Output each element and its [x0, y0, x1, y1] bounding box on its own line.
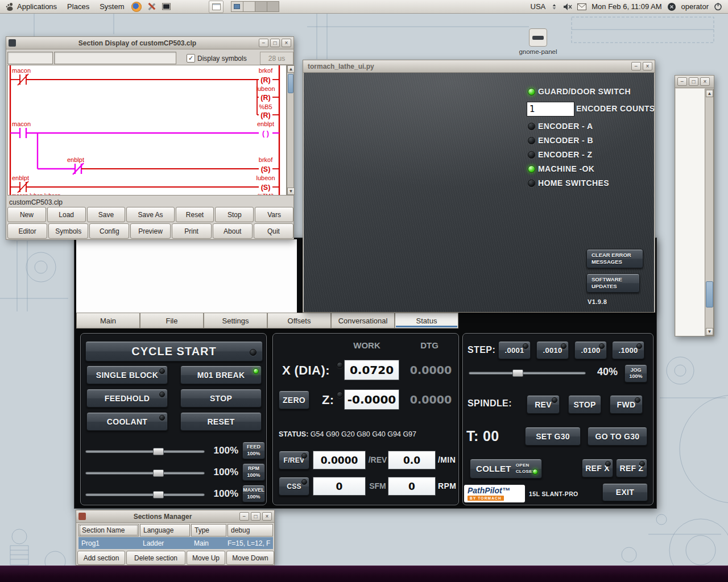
column-header-language[interactable]: Language	[140, 524, 190, 537]
print-button[interactable]: Print	[172, 223, 212, 239]
reset-button[interactable]: RESET	[180, 412, 262, 431]
tab-conversational[interactable]: Conversational	[331, 313, 395, 329]
config-button[interactable]: Config	[89, 223, 129, 239]
save-button[interactable]: Save	[87, 207, 126, 222]
tab-file[interactable]: File	[140, 313, 204, 329]
rpm-override-slider-handle[interactable]	[153, 469, 164, 477]
scroll-up-icon[interactable]: ▲	[287, 65, 295, 73]
add-section-button[interactable]: Add section	[77, 551, 125, 565]
minimize-icon[interactable]: −	[239, 512, 249, 521]
close-icon[interactable]: ×	[643, 62, 652, 70]
save-as-button[interactable]: Save As	[126, 207, 174, 222]
maxvel-override-slider-handle[interactable]	[153, 491, 164, 498]
goto-g30-button[interactable]: GO TO G30	[588, 427, 647, 446]
scrollbar-thumb[interactable]	[706, 281, 713, 307]
tab-main[interactable]: Main	[76, 313, 140, 329]
minimize-icon[interactable]: −	[259, 39, 268, 47]
zero-button[interactable]: ZERO	[279, 390, 309, 409]
maximize-icon[interactable]: □	[270, 39, 280, 47]
step-label: STEP:	[468, 345, 495, 355]
step-1000-button[interactable]: .1000	[612, 341, 644, 359]
jog-reset-button[interactable]: JOG 100%	[624, 364, 647, 383]
scroll-down-icon[interactable]: ▼	[706, 328, 713, 335]
column-header-section-name[interactable]: Section Name	[78, 524, 139, 537]
coolant-button[interactable]: COOLANT	[86, 412, 168, 431]
step-0001-button[interactable]: .0001	[498, 341, 531, 359]
clear-error-messages-button[interactable]: CLEAR ERROR MESSAGES	[586, 249, 643, 268]
maximize-icon[interactable]: □	[689, 77, 698, 86]
preview-button[interactable]: Preview	[130, 223, 170, 239]
maxvel-override-reset-button[interactable]: MAXVEL 100%	[242, 485, 265, 502]
tab-offsets[interactable]: Offsets	[267, 313, 331, 329]
scroll-down-icon[interactable]: ▼	[287, 188, 295, 195]
workspace-1[interactable]	[231, 1, 243, 12]
workspace-4[interactable]	[267, 1, 279, 12]
minimize-icon[interactable]: −	[631, 62, 641, 70]
rpm-override-slider[interactable]	[85, 472, 205, 475]
move-down-button[interactable]: Move Down	[226, 551, 274, 565]
background-window-scrollbar[interactable]: ▲ ▼	[705, 89, 714, 336]
stop-button[interactable]: STOP	[180, 389, 262, 408]
ref-z-button[interactable]: REF Z	[616, 459, 647, 477]
about-button[interactable]: About	[213, 223, 253, 239]
stop-button[interactable]: Stop	[215, 207, 254, 222]
spindle-stop-button[interactable]: STOP	[568, 395, 601, 414]
move-up-button[interactable]: Move Up	[187, 551, 225, 565]
section-combo[interactable]	[7, 52, 53, 64]
tab-status[interactable]: Status	[395, 313, 458, 329]
column-header-debug[interactable]: debug	[228, 524, 273, 537]
cycle-start-button[interactable]: CYCLE START	[85, 341, 263, 361]
workspace-3[interactable]	[255, 1, 267, 12]
delete-section-button[interactable]: Delete section	[126, 551, 185, 565]
exit-button[interactable]: EXIT	[602, 483, 648, 501]
step-0100-button[interactable]: .0100	[574, 341, 607, 359]
load-button[interactable]: Load	[47, 207, 86, 222]
feed-override-slider-handle[interactable]	[153, 448, 164, 455]
section-display-titlebar[interactable]: Section Display of customCP503.clp − □ ×	[6, 37, 293, 49]
maxvel-override-slider[interactable]	[85, 493, 205, 496]
spindle-rev-button[interactable]: REV	[527, 395, 560, 414]
step-0010-button[interactable]: .0010	[536, 341, 569, 359]
m01-break-button[interactable]: M01 BREAK	[180, 365, 262, 384]
ref-x-button[interactable]: REF X	[582, 459, 613, 477]
ladder-scrollbar[interactable]: ▲ ▼	[287, 65, 294, 196]
reset-button[interactable]: Reset	[176, 207, 214, 222]
column-header-type[interactable]: Type	[191, 524, 226, 537]
quit-button[interactable]: Quit	[254, 223, 293, 239]
jog-speed-slider-handle[interactable]	[512, 369, 523, 377]
tab-settings[interactable]: Settings	[204, 313, 267, 329]
display-symbols-checkbox[interactable]	[187, 54, 195, 63]
feed-override-reset-button[interactable]: FEED 100%	[242, 442, 265, 459]
sections-manager-titlebar[interactable]: Sections Manager − □ ×	[76, 510, 274, 523]
single-block-button[interactable]: SINGLE BLOCK	[86, 365, 168, 384]
close-icon[interactable]: ×	[262, 512, 272, 521]
workspace-2[interactable]	[243, 1, 255, 12]
feed-override-slider[interactable]	[85, 450, 205, 453]
minimize-icon[interactable]: −	[677, 77, 687, 86]
tormach-window-titlebar[interactable]: tormach_lathe_ui.py − ×	[303, 60, 655, 73]
close-icon[interactable]: ×	[700, 77, 710, 86]
symbols-button[interactable]: Symbols	[48, 223, 88, 239]
background-window-titlebar[interactable]: − □ ×	[675, 76, 714, 88]
close-icon[interactable]: ×	[282, 39, 291, 47]
set-g30-button[interactable]: SET G30	[525, 427, 581, 446]
new-button[interactable]: New	[7, 207, 46, 222]
encoder-counts-input[interactable]	[527, 102, 574, 117]
css-button[interactable]: CSS	[279, 477, 309, 496]
collet-button[interactable]: COLLET OPEN CLOSED	[470, 459, 542, 479]
editor-button[interactable]: Editor	[7, 223, 47, 239]
jog-speed-slider[interactable]	[469, 372, 586, 375]
desktop-icon-gnome-panel[interactable]: gnome-panel	[515, 28, 561, 55]
spindle-fwd-button[interactable]: FWD	[610, 395, 643, 414]
software-updates-button[interactable]: SOFTWARE UPDATES	[586, 273, 640, 293]
maximize-icon[interactable]: □	[251, 512, 260, 521]
rpm-override-reset-button[interactable]: RPM 100%	[242, 463, 265, 481]
step-0100-led	[599, 343, 605, 349]
section-row-prog1[interactable]: Prog1 Ladder Main F=15, L=12, F	[78, 537, 273, 549]
scroll-up-icon[interactable]: ▲	[706, 90, 713, 97]
search-entry[interactable]	[54, 52, 176, 64]
vars-button[interactable]: Vars	[255, 207, 293, 222]
feedhold-button[interactable]: FEEDHOLD	[86, 389, 168, 408]
feed-per-rev-button[interactable]: F/REV	[279, 451, 309, 469]
scrollbar-thumb[interactable]	[288, 74, 293, 93]
